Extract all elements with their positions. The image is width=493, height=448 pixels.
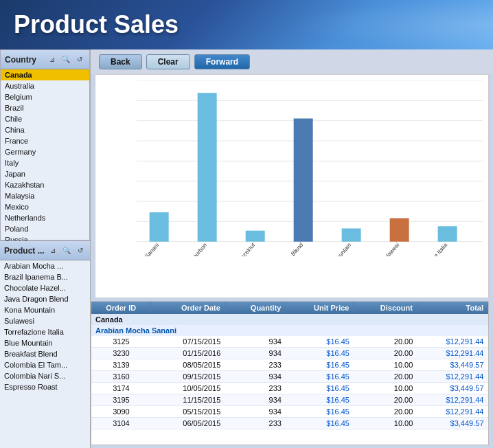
table-row: 309005/15/2015934$16.4520.00$12,291.44 <box>91 406 488 418</box>
bar-torrefazione <box>438 226 457 241</box>
reset-icon[interactable]: ↺ <box>74 54 85 65</box>
svg-text:Arabian Mocha Sanani: Arabian Mocha Sanani <box>137 241 160 256</box>
product-reset-icon[interactable]: ↺ <box>75 245 86 256</box>
product-item[interactable]: Colombia El Tam... <box>0 359 90 370</box>
country-item[interactable]: France <box>1 135 89 146</box>
country-item[interactable]: China <box>1 124 89 135</box>
forward-button[interactable]: Forward <box>194 54 250 69</box>
product-sort-icon[interactable]: ⊿ <box>47 245 58 256</box>
country-item[interactable]: Kazakhstan <box>1 179 89 190</box>
right-panel: Back Clear Forward $0 $50,000 $100,000 <box>91 49 493 448</box>
table-section-header: Canada <box>91 314 488 325</box>
back-button[interactable]: Back <box>99 54 142 69</box>
left-panel: Country ⊿ 🔍 ↺ CanadaAustraliaBelgiumBraz… <box>0 49 91 448</box>
country-item[interactable]: Germany <box>1 146 89 157</box>
table-row: 323001/15/2016934$16.4520.00$12,291.44 <box>91 348 488 359</box>
col-total: Total <box>417 302 488 314</box>
product-item[interactable]: Sulawesi <box>0 315 90 326</box>
country-item[interactable]: Brazil <box>1 102 89 113</box>
col-discount: Discount <box>354 302 417 314</box>
table-row: 316009/15/2015934$16.4520.00$12,291.44 <box>91 371 488 383</box>
country-header-icons: ⊿ 🔍 ↺ <box>47 54 85 65</box>
product-label: Product ... <box>4 246 45 256</box>
country-section: Country ⊿ 🔍 ↺ CanadaAustraliaBelgiumBraz… <box>0 49 90 240</box>
svg-text:Sulawesi: Sulawesi <box>380 241 400 256</box>
product-section: Product ... ⊿ 🔍 ↺ Arabian Mocha ...Brazi… <box>0 240 90 448</box>
product-item[interactable]: Kona Mountain <box>0 304 90 315</box>
country-item[interactable]: Japan <box>1 168 89 179</box>
table-row: 313908/05/2015233$16.4510.00$3,449.57 <box>91 359 488 371</box>
bar-java-dragon <box>294 118 313 241</box>
bar-brazil-ipanema <box>198 93 217 242</box>
product-item[interactable]: Breakfast Blend <box>0 348 90 359</box>
sort-icon[interactable]: ⊿ <box>47 54 58 65</box>
product-item[interactable]: Brazil Ipanema B... <box>0 271 90 282</box>
product-item[interactable]: Torrefazione Italia <box>0 326 90 337</box>
product-search-icon[interactable]: 🔍 <box>61 245 72 256</box>
col-order-date: Order Date <box>151 302 225 314</box>
country-item[interactable]: Australia <box>1 80 89 91</box>
page-title: Product Sales <box>14 10 179 39</box>
svg-text:Java Dragon Blend: Java Dragon Blend <box>267 241 304 256</box>
svg-text:Kona Mountain: Kona Mountain <box>322 241 352 256</box>
bar-chocolate-hazelnut <box>246 231 265 242</box>
bar-chart: $0 $50,000 $100,000 $150,000 $200,000 $2… <box>137 80 483 256</box>
product-list: Arabian Mocha ...Brazil Ipanema B...Choc… <box>0 260 90 448</box>
country-item[interactable]: Belgium <box>1 91 89 102</box>
country-item[interactable]: Poland <box>1 223 89 234</box>
country-label: Country <box>5 55 36 65</box>
table-row: 310406/05/2015233$16.4510.00$3,449.57 <box>91 418 488 429</box>
product-item[interactable]: Espresso Roast <box>0 381 90 392</box>
col-quantity: Quantity <box>225 302 286 314</box>
country-panel-header: Country ⊿ 🔍 ↺ <box>1 50 89 69</box>
country-item[interactable]: Chile <box>1 113 89 124</box>
data-table-wrapper: Order ID Order Date Quantity Unit Price … <box>91 301 489 445</box>
product-panel-header: Product ... ⊿ 🔍 ↺ <box>0 241 90 260</box>
product-item[interactable]: Arabian Mocha ... <box>0 260 90 271</box>
main-layout: Country ⊿ 🔍 ↺ CanadaAustraliaBelgiumBraz… <box>0 49 493 448</box>
clear-button[interactable]: Clear <box>146 54 190 69</box>
country-list: CanadaAustraliaBelgiumBrazilChileChinaFr… <box>1 69 89 241</box>
product-item[interactable]: Colombia Nari S... <box>0 370 90 381</box>
search-icon[interactable]: 🔍 <box>60 54 71 65</box>
col-order-id: Order ID <box>91 302 151 314</box>
nav-bar: Back Clear Forward <box>91 49 493 74</box>
chart-area: $0 $50,000 $100,000 $150,000 $200,000 $2… <box>95 74 489 298</box>
header: Product Sales <box>0 0 493 49</box>
table-row: 317410/05/2015233$16.4510.00$3,449.57 <box>91 383 488 394</box>
svg-text:Brazil Ipanema Bourbon: Brazil Ipanema Bourbon <box>162 241 208 256</box>
svg-text:Torrefazione Italia: Torrefazione Italia <box>413 241 448 256</box>
table-header-row: Order ID Order Date Quantity Unit Price … <box>91 302 488 314</box>
product-item[interactable]: Blue Mountain <box>0 337 90 348</box>
svg-text:Chocolate Hazelnut: Chocolate Hazelnut <box>218 241 257 256</box>
data-table: Order ID Order Date Quantity Unit Price … <box>91 302 488 429</box>
country-item[interactable]: Malaysia <box>1 190 89 201</box>
bar-sulawesi <box>390 219 409 242</box>
country-item[interactable]: Netherlands <box>1 212 89 223</box>
table-product-header: Arabian Mocha Sanani <box>91 325 488 336</box>
country-item[interactable]: Canada <box>1 69 89 80</box>
bar-kona-mountain <box>342 228 361 241</box>
country-item[interactable]: Italy <box>1 157 89 168</box>
bar-arabian-mocha <box>150 212 169 242</box>
table-row: 312507/15/2015934$16.4520.00$12,291.44 <box>91 336 488 348</box>
col-unit-price: Unit Price <box>286 302 354 314</box>
table-row: 319511/15/2015934$16.4520.00$12,291.44 <box>91 394 488 406</box>
country-item[interactable]: Mexico <box>1 201 89 212</box>
product-item[interactable]: Chocolate Hazel... <box>0 282 90 293</box>
product-header-icons: ⊿ 🔍 ↺ <box>47 245 86 256</box>
product-item[interactable]: Java Dragon Blend <box>0 293 90 304</box>
